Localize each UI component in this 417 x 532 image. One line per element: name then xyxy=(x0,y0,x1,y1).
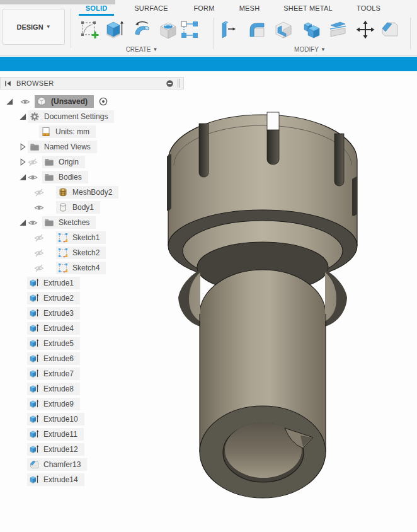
row-chip[interactable]: Extrude11 xyxy=(27,428,84,441)
row-chip[interactable]: Bodies xyxy=(42,171,88,183)
row-chip[interactable]: Sketch1 xyxy=(56,231,106,244)
panel-resize-handle[interactable] xyxy=(178,79,180,88)
browser-row-meshbody2[interactable]: MeshBody2 xyxy=(0,185,184,200)
browser-row-unsaved[interactable]: (Unsaved) xyxy=(0,94,184,109)
visibility-eye-icon[interactable] xyxy=(20,96,30,107)
browser-row-sketches[interactable]: Sketches xyxy=(0,215,184,230)
browser-row-body1[interactable]: Body1 xyxy=(0,200,184,215)
row-chip[interactable]: Extrude2 xyxy=(27,292,80,304)
browser-row-extrude10[interactable]: Extrude10 xyxy=(0,412,184,427)
move-copy-button[interactable] xyxy=(354,18,377,42)
browser-row-extrude14[interactable]: Extrude14 xyxy=(0,472,184,487)
row-chip[interactable]: Sketch2 xyxy=(56,246,106,259)
modify-label-text: MODIFY xyxy=(294,46,319,53)
visibility-eye-off-icon[interactable] xyxy=(34,187,44,197)
chamfer-feature-icon xyxy=(29,460,39,470)
extrude-button[interactable] xyxy=(103,18,126,42)
browser-row-extrude2[interactable]: Extrude2 xyxy=(0,291,184,306)
create-sketch-button[interactable] xyxy=(78,18,101,42)
modify-group-label[interactable]: MODIFY ▼ xyxy=(294,46,326,53)
create-group-label[interactable]: CREATE ▼ xyxy=(126,46,158,53)
browser-row-chamfer13[interactable]: Chamfer13 xyxy=(0,457,184,472)
remove-panel-icon[interactable] xyxy=(166,79,174,88)
browser-row-extrude3[interactable]: Extrude3 xyxy=(0,306,184,321)
row-chip[interactable]: Extrude10 xyxy=(27,413,84,425)
expand-arrow-icon[interactable] xyxy=(17,158,28,166)
design-menu-label: DESIGN xyxy=(16,23,43,31)
collapse-arrow-icon[interactable] xyxy=(17,219,28,227)
browser-row-unitsmm[interactable]: Units: mm xyxy=(0,124,184,139)
tab-solid[interactable]: SOLID xyxy=(86,4,108,12)
browser-row-extrude4[interactable]: Extrude4 xyxy=(0,321,184,336)
row-chip[interactable]: Origin xyxy=(42,156,85,168)
sketch-icon xyxy=(58,263,68,273)
visibility-eye-icon[interactable] xyxy=(28,172,38,182)
row-chip[interactable]: Document Settings xyxy=(28,110,114,123)
visibility-eye-icon[interactable] xyxy=(28,217,38,228)
row-chip[interactable]: Extrude6 xyxy=(27,352,80,365)
row-chip[interactable]: Extrude5 xyxy=(27,337,80,350)
collapse-arrow-icon[interactable] xyxy=(4,98,14,106)
design-menu-button[interactable]: DESIGN ▼ xyxy=(3,9,65,45)
browser-row-origin[interactable]: Origin xyxy=(0,154,184,170)
collapse-arrow-icon[interactable] xyxy=(17,173,28,182)
visibility-eye-off-icon[interactable] xyxy=(34,248,44,258)
tab-surface[interactable]: SURFACE xyxy=(134,4,168,12)
rectangular-pattern-button[interactable] xyxy=(178,18,201,42)
visibility-eye-icon[interactable] xyxy=(34,202,44,212)
row-chip[interactable]: Sketch4 xyxy=(56,262,106,274)
collapse-arrow-icon[interactable] xyxy=(17,113,28,121)
hole-button[interactable] xyxy=(157,18,180,42)
revolve-button[interactable] xyxy=(131,18,154,42)
shell-button[interactable] xyxy=(272,18,295,42)
row-chip[interactable]: Extrude12 xyxy=(27,443,84,456)
press-pull-icon xyxy=(217,20,237,40)
tab-sheet-metal[interactable]: SHEET METAL xyxy=(283,4,333,12)
row-chip[interactable]: Units: mm xyxy=(39,125,96,138)
collapse-panel-icon[interactable] xyxy=(4,79,13,88)
browser-row-sketch1[interactable]: Sketch1 xyxy=(0,230,184,245)
tab-tools[interactable]: TOOLS xyxy=(357,4,380,12)
row-chip[interactable]: Extrude14 xyxy=(27,473,84,486)
row-chip[interactable]: Extrude3 xyxy=(27,307,80,320)
row-chip[interactable]: Named Views xyxy=(28,141,97,153)
rectangular-pattern-icon xyxy=(180,20,200,40)
browser-row-extrude8[interactable]: Extrude8 xyxy=(0,381,184,396)
row-chip[interactable]: Extrude9 xyxy=(27,398,80,410)
row-label: Extrude1 xyxy=(43,279,74,287)
row-chip[interactable]: Chamfer13 xyxy=(27,458,87,471)
folder-icon xyxy=(30,142,40,152)
row-chip[interactable]: Extrude7 xyxy=(27,367,80,380)
row-chip[interactable]: MeshBody2 xyxy=(56,186,118,199)
browser-row-sketch2[interactable]: Sketch2 xyxy=(0,245,184,260)
browser-row-extrude1[interactable]: Extrude1 xyxy=(0,275,184,291)
tab-mesh[interactable]: MESH xyxy=(239,4,260,12)
browser-row-extrude7[interactable]: Extrude7 xyxy=(0,366,184,381)
browser-row-extrude11[interactable]: Extrude11 xyxy=(0,427,184,442)
row-chip[interactable]: Body1 xyxy=(56,201,100,214)
activate-component-radio[interactable] xyxy=(98,96,108,107)
browser-row-extrude12[interactable]: Extrude12 xyxy=(0,442,184,457)
browser-row-extrude6[interactable]: Extrude6 xyxy=(0,351,184,366)
visibility-eye-off-icon[interactable] xyxy=(34,233,44,243)
browser-row-sketch4[interactable]: Sketch4 xyxy=(0,260,184,275)
row-chip[interactable]: Sketches xyxy=(42,216,96,229)
browser-row-extrude9[interactable]: Extrude9 xyxy=(0,396,184,412)
tab-form[interactable]: FORM xyxy=(193,4,214,12)
browser-row-documentsettings[interactable]: Document Settings xyxy=(0,109,184,124)
fillet-button[interactable] xyxy=(246,18,268,42)
row-chip[interactable]: Extrude4 xyxy=(27,322,80,335)
expand-arrow-icon[interactable] xyxy=(17,143,28,151)
row-chip[interactable]: Extrude8 xyxy=(27,383,80,395)
row-chip[interactable]: Extrude1 xyxy=(27,277,80,289)
split-body-button[interactable] xyxy=(326,18,349,42)
visibility-eye-off-icon[interactable] xyxy=(28,157,38,167)
browser-row-namedviews[interactable]: Named Views xyxy=(0,139,184,154)
browser-row-extrude5[interactable]: Extrude5 xyxy=(0,336,184,351)
chamfer-button[interactable] xyxy=(378,18,401,42)
browser-row-bodies[interactable]: Bodies xyxy=(0,170,184,185)
row-chip[interactable]: (Unsaved) xyxy=(35,95,94,108)
combine-button[interactable] xyxy=(300,18,323,42)
press-pull-button[interactable] xyxy=(216,18,239,42)
visibility-eye-off-icon[interactable] xyxy=(34,263,44,273)
